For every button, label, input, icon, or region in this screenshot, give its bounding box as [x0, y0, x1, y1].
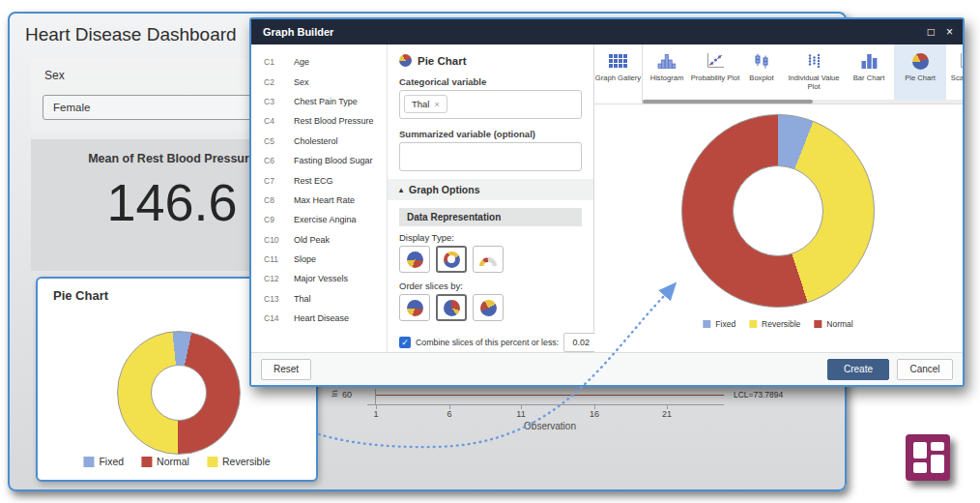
column-id: C6: [264, 156, 294, 165]
individual-value-plot-icon: [804, 51, 823, 71]
gallery-scrollbar-thumb[interactable]: [643, 100, 813, 104]
pie-chart-icon: [399, 54, 412, 67]
sex-dropdown-value: Female: [53, 102, 90, 113]
gallery-item-bar-chart[interactable]: Bar Chart: [844, 44, 894, 104]
reset-button[interactable]: Reset: [261, 359, 311, 380]
order-slices-option-1-button[interactable]: [399, 294, 430, 321]
close-icon[interactable]: ×: [946, 26, 953, 38]
column-row[interactable]: C1Age: [251, 52, 387, 72]
column-name: Exercise Angina: [294, 215, 357, 224]
column-id: C5: [264, 136, 294, 146]
column-name: Rest Blood Pressure: [294, 116, 374, 126]
chip-remove-icon[interactable]: ×: [434, 100, 439, 109]
column-name: Thal: [294, 294, 311, 304]
column-row[interactable]: C7Rest ECG: [251, 170, 387, 190]
gallery-item-boxplot[interactable]: Boxplot: [739, 44, 784, 104]
donut-icon: [444, 252, 460, 268]
variable-chip[interactable]: Thal ×: [404, 95, 447, 113]
create-button[interactable]: Create: [827, 359, 889, 380]
display-type-arc-button[interactable]: [473, 246, 504, 273]
column-row[interactable]: C8Max Heart Rate: [251, 191, 387, 210]
column-name: Max Heart Rate: [294, 195, 355, 205]
column-name: Age: [294, 57, 309, 67]
gallery-item-individual-value-plot[interactable]: Individual Value Plot: [784, 44, 844, 104]
legend-label: Fixed: [715, 319, 735, 329]
options-panel: Pie Chart Categorical variable Thal × Su…: [387, 44, 594, 352]
gallery-item-label: Boxplot: [749, 74, 773, 82]
dialog-titlebar: Graph Builder □ ×: [251, 19, 963, 44]
gallery-scrollbar[interactable]: [643, 100, 963, 104]
gallery-item-graph-gallery[interactable]: Graph Gallery: [594, 44, 643, 104]
categorical-variable-field[interactable]: Thal ×: [399, 90, 582, 119]
variable-chip-label: Thal: [412, 99, 429, 109]
column-row[interactable]: C5Cholesterol: [251, 132, 387, 151]
scatterplot-icon: [959, 51, 963, 71]
categorical-variable-label: Categorical variable: [399, 76, 582, 87]
maximize-icon[interactable]: □: [928, 26, 935, 38]
logo-block: [913, 462, 927, 473]
display-type-donut-button[interactable]: [436, 246, 467, 273]
cancel-button[interactable]: Cancel: [897, 359, 953, 380]
column-id: C1: [264, 57, 294, 67]
column-row[interactable]: C10Old Peak: [251, 230, 387, 250]
pie-card-title: Pie Chart: [53, 288, 108, 303]
column-row[interactable]: C11Slope: [251, 250, 387, 269]
column-row[interactable]: C6Fasting Blood Sugar: [251, 151, 387, 170]
legend-item: Fixed: [83, 456, 124, 467]
lcl-line: [376, 395, 724, 396]
column-row[interactable]: C4Rest Blood Pressure: [251, 111, 387, 131]
column-id: C13: [264, 294, 294, 304]
column-row[interactable]: C12Major Vessels: [251, 269, 387, 288]
gallery-item-pie-chart[interactable]: Pie Chart: [894, 44, 946, 104]
column-id: C14: [264, 313, 294, 323]
x-axis-tick: 6: [447, 409, 451, 419]
gallery-item-label: Scatterplot: [951, 74, 963, 82]
display-type-pie-button[interactable]: [399, 246, 430, 273]
column-row[interactable]: C9Exercise Angina: [251, 210, 387, 229]
gallery-item-label: Pie Chart: [905, 74, 936, 82]
legend-label: Reversible: [762, 319, 800, 329]
minitab-logo: [906, 434, 950, 481]
logo-block: [931, 455, 944, 473]
column-name: Fasting Blood Sugar: [294, 156, 373, 165]
column-row[interactable]: C13Thal: [251, 289, 387, 309]
column-row[interactable]: C3Chest Pain Type: [251, 92, 387, 111]
column-id: C10: [264, 235, 294, 245]
graph-options-header[interactable]: ▴ Graph Options: [388, 179, 593, 200]
column-name: Rest ECG: [294, 176, 333, 186]
gallery-item-histogram[interactable]: Histogram: [643, 44, 691, 104]
column-row[interactable]: C14Heart Disease: [251, 309, 387, 328]
gallery-item-scatterplot[interactable]: Scatterplot: [946, 44, 963, 104]
gallery-item-probability-plot[interactable]: Probability Plot: [691, 44, 739, 104]
legend-item: Reversible: [207, 456, 271, 467]
legend: Fixed Normal Reversible: [83, 456, 270, 467]
gallery-item-label: Graph Gallery: [595, 74, 641, 82]
column-id: C4: [264, 116, 294, 126]
filter-label: Sex: [44, 69, 65, 82]
combine-slices-label: Combine slices of this percent or less:: [416, 338, 559, 347]
collapse-icon: ▴: [399, 186, 403, 194]
legend-item: Fixed: [703, 319, 735, 329]
column-id: C8: [264, 195, 294, 205]
legend: Fixed Reversible Normal: [703, 319, 852, 329]
probability-plot-icon: [706, 51, 725, 71]
pie-chart-icon: [912, 51, 929, 71]
combine-slices-checkbox[interactable]: ✓: [399, 337, 411, 348]
y-axis-tick: 60: [342, 390, 352, 399]
combine-percent-input[interactable]: [563, 333, 598, 352]
display-type-label: Display Type:: [399, 232, 582, 243]
bar-chart-icon: [859, 51, 879, 71]
arc-gauge-icon: [479, 257, 497, 266]
page-title: Heart Disease Dashboard: [25, 24, 237, 45]
column-name: Chest Pain Type: [294, 97, 358, 106]
column-id: C11: [264, 254, 294, 264]
column-row[interactable]: C2Sex: [251, 72, 387, 91]
dialog-title: Graph Builder: [263, 26, 333, 38]
order-slices-option-2-button[interactable]: [436, 294, 467, 321]
column-name: Major Vessels: [294, 274, 348, 283]
pie-order-icon: [444, 300, 460, 316]
x-axis-line: [367, 404, 724, 405]
column-name: Slope: [294, 254, 316, 264]
summarized-variable-field[interactable]: [399, 142, 582, 171]
order-slices-option-3-button[interactable]: [473, 294, 504, 321]
